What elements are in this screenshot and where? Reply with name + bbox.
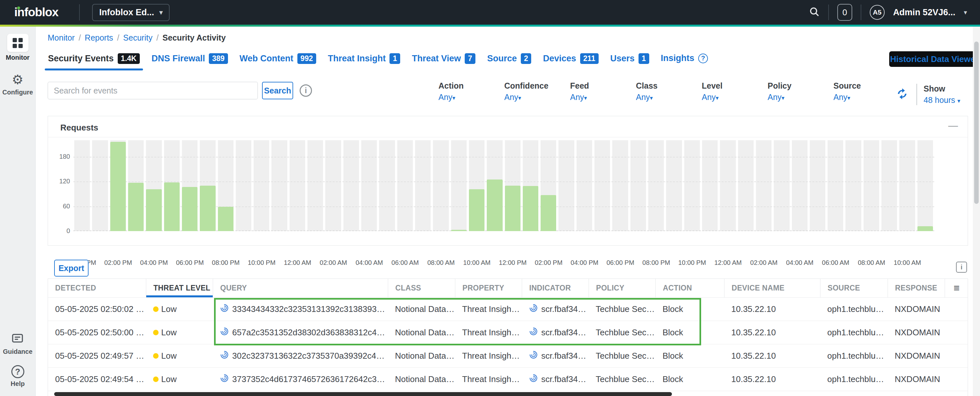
sidebar-item-guidance[interactable]: Guidance bbox=[3, 332, 32, 355]
breadcrumb-link-monitor[interactable]: Monitor bbox=[48, 33, 75, 43]
help-icon: ? bbox=[11, 365, 24, 378]
help-circle-icon: ? bbox=[698, 54, 708, 63]
app-selector-dropdown[interactable]: Infoblox Ed... ▾ bbox=[92, 4, 170, 21]
requests-bar-chart: 12:00 PM02:00 PM04:00 PM06:00 PM08:00 PM… bbox=[73, 140, 934, 231]
filter-value-dropdown[interactable]: Any▾ bbox=[702, 93, 768, 102]
table-row[interactable]: 05-05-2025 02:49:54 pm ...Low3737352c4d6… bbox=[48, 368, 968, 391]
threat-level-low-dot-icon bbox=[153, 330, 159, 335]
filter-value-dropdown[interactable]: Any▾ bbox=[834, 93, 899, 102]
column-header-label: DEVICE NAME bbox=[732, 284, 784, 292]
historical-data-viewer-button[interactable]: Historical Data Viewer bbox=[889, 51, 979, 67]
cell-response: NXDOMAIN bbox=[888, 321, 945, 344]
collapse-panel-icon[interactable]: — bbox=[948, 120, 958, 131]
cell-policy: Techblue Sec Policy bbox=[589, 368, 655, 391]
tab-threat-insight[interactable]: Threat Insight1 bbox=[322, 50, 406, 70]
tab-threat-view[interactable]: Threat View7 bbox=[406, 50, 481, 70]
sidebar-item-monitor[interactable]: Monitor bbox=[6, 34, 30, 61]
chart-bg-stripe bbox=[325, 140, 341, 231]
user-avatar[interactable]: A5 bbox=[870, 5, 885, 20]
chart-bg-stripe bbox=[74, 140, 90, 231]
vertical-scrollbar-thumb[interactable] bbox=[974, 42, 979, 204]
column-header-action[interactable]: ACTION bbox=[655, 279, 724, 297]
chart-bg-stripe bbox=[594, 140, 610, 231]
breadcrumb-link-reports[interactable]: Reports bbox=[84, 33, 113, 43]
cell-row-menu bbox=[945, 321, 968, 344]
column-header-device-name[interactable]: DEVICE NAME bbox=[724, 279, 820, 297]
info-icon[interactable]: i bbox=[300, 85, 312, 97]
column-header-property[interactable]: PROPERTY bbox=[455, 279, 522, 297]
notification-count-badge[interactable]: 0 bbox=[837, 4, 852, 21]
export-button[interactable]: Export bbox=[54, 260, 89, 276]
filter-source: SourceAny▾ bbox=[834, 81, 899, 102]
column-header-query[interactable]: QUERY bbox=[213, 279, 388, 297]
chart-bar bbox=[110, 142, 126, 231]
column-header-threat-level[interactable]: THREAT LEVEL bbox=[146, 279, 213, 297]
tab-count-badge: 1 bbox=[390, 53, 400, 64]
horizontal-scrollbar-thumb[interactable] bbox=[54, 392, 672, 396]
cell-class: Notional Data Ex... bbox=[388, 321, 455, 344]
chart-y-tick-label: 180 bbox=[49, 153, 70, 160]
chart-y-tick-label: 120 bbox=[49, 177, 70, 185]
threat-indicator-icon bbox=[529, 327, 541, 338]
column-menu-icon[interactable]: ≡ bbox=[945, 279, 968, 297]
cell-class: Notional Data Ex... bbox=[388, 298, 455, 321]
filter-value-dropdown[interactable]: Any▾ bbox=[504, 93, 570, 102]
tab-dns-firewall[interactable]: DNS Firewall389 bbox=[146, 50, 234, 70]
column-header-class[interactable]: CLASS bbox=[388, 279, 455, 297]
column-header-policy[interactable]: POLICY bbox=[589, 279, 655, 297]
column-header-detected[interactable]: DETECTED bbox=[48, 279, 146, 297]
cell-indicator: scr.fbaf34606... bbox=[522, 368, 589, 391]
column-header-indicator[interactable]: INDICATOR bbox=[522, 279, 589, 297]
tab-source[interactable]: Source2 bbox=[481, 50, 537, 70]
chart-x-tick-label: 06:00 PM bbox=[170, 259, 210, 267]
chart-x-tick-label: 10:00 AM bbox=[458, 259, 496, 267]
sidebar-item-help[interactable]: ?Help bbox=[11, 365, 25, 388]
caret-down-icon: ▾ bbox=[650, 95, 653, 101]
table-info-icon[interactable]: i bbox=[956, 262, 967, 273]
table-row[interactable]: 05-05-2025 02:50:00 pm ...Low657a2c35313… bbox=[48, 321, 968, 344]
search-icon[interactable] bbox=[809, 6, 820, 19]
chart-x-tick-label: 10:00 PM bbox=[673, 259, 711, 267]
chart-bg-stripe bbox=[290, 140, 305, 231]
user-menu-label[interactable]: Admin 52VJ6... bbox=[893, 8, 955, 18]
filter-value-dropdown[interactable]: Any▾ bbox=[570, 93, 636, 102]
cell-policy: Techblue Sec Policy bbox=[589, 321, 655, 344]
breadcrumb-link-security[interactable]: Security bbox=[123, 33, 153, 43]
chart-bg-stripe bbox=[738, 140, 754, 231]
tab-web-content[interactable]: Web Content992 bbox=[234, 50, 322, 70]
chart-x-tick-label: 12:00 AM bbox=[709, 259, 748, 267]
chart-x-tick-label: 08:00 AM bbox=[422, 259, 460, 267]
filter-divider bbox=[916, 84, 917, 105]
column-header-response[interactable]: RESPONSE bbox=[888, 279, 945, 297]
refresh-icon[interactable] bbox=[896, 87, 908, 102]
threat-indicator-icon bbox=[529, 350, 541, 362]
sidebar-item-configure[interactable]: ⚙Configure bbox=[2, 72, 33, 96]
chevron-down-icon[interactable]: ▾ bbox=[964, 8, 967, 16]
caret-down-icon: ▾ bbox=[584, 95, 587, 101]
column-header-source[interactable]: SOURCE bbox=[820, 279, 888, 297]
tab-devices[interactable]: Devices211 bbox=[537, 50, 604, 70]
infoblox-logo: infoblox bbox=[14, 5, 58, 19]
search-input[interactable] bbox=[48, 82, 258, 99]
filter-value-dropdown[interactable]: Any▾ bbox=[636, 93, 702, 102]
chart-bg-stripe bbox=[756, 140, 772, 231]
show-value[interactable]: 48 hours ▾ bbox=[924, 96, 960, 105]
search-button[interactable]: Search bbox=[262, 82, 293, 99]
table-row[interactable]: 05-05-2025 02:50:02 pm ...Low33343434332… bbox=[48, 298, 968, 321]
tab-users[interactable]: Users1 bbox=[605, 50, 655, 70]
tab-security-events[interactable]: Security Events1.4K bbox=[42, 50, 146, 70]
threat-indicator-icon bbox=[220, 374, 232, 385]
filter-value-dropdown[interactable]: Any▾ bbox=[438, 93, 504, 102]
panel-divider bbox=[48, 137, 968, 137]
filter-value-dropdown[interactable]: Any▾ bbox=[768, 93, 834, 102]
chart-x-tick-label: 04:00 PM bbox=[565, 259, 604, 267]
chevron-down-icon: ▾ bbox=[159, 8, 162, 16]
tab-insights[interactable]: Insights? bbox=[655, 50, 714, 70]
chart-bg-stripe bbox=[92, 140, 108, 231]
cell-device-name: 10.35.22.10 bbox=[724, 321, 820, 344]
table-row[interactable]: 05-05-2025 02:49:57 pm ...Low302c3237313… bbox=[48, 344, 968, 368]
tab-label: Insights bbox=[661, 53, 695, 63]
cell-action: Block bbox=[655, 368, 724, 391]
cell-source: oph1.techblue.net... bbox=[820, 298, 888, 321]
cell-row-menu bbox=[945, 368, 968, 391]
